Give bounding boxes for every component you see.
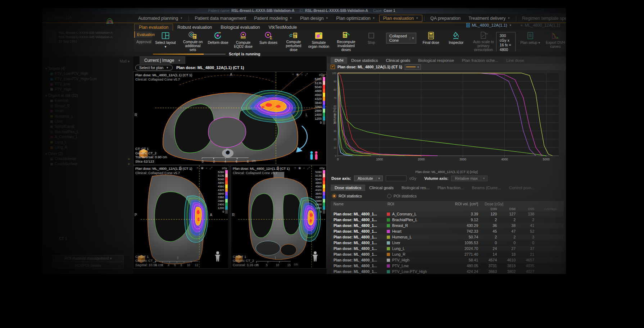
stats-tab-beams-curre[interactable]: Beams (Curre...	[468, 184, 505, 191]
panel-tab-dvh[interactable]: DVH	[331, 57, 347, 64]
roi-statistics-radio[interactable]: ROI statistics	[332, 194, 362, 198]
roi-poi-details-button[interactable]: ROI/POI details	[53, 262, 124, 269]
stats-tab-plan-fraction[interactable]: Plan fraction...	[434, 184, 468, 191]
roi-material-management-button[interactable]: ROI material management ▾	[53, 255, 124, 262]
stats-tab-dose-statistics[interactable]: Dose statistics	[331, 184, 365, 191]
line-style-dropdown[interactable]: ▼	[405, 64, 421, 70]
menu-item-plan-optimization[interactable]: Plan optimization▼	[332, 15, 379, 22]
deform-dose-button[interactable]: Deform dose	[205, 31, 231, 51]
roi-group-targets-4[interactable]: ▾ Targets (4)	[45, 66, 130, 71]
table-row-liver[interactable]: Plan dose: ML_4800_1...Liver1095.53000	[331, 240, 564, 246]
organ-motion-icon	[314, 31, 323, 40]
subtab-biological-evaluation[interactable]: Biological evaluation	[216, 24, 264, 31]
sidebar-item-ptv-low[interactable]: PTV_Low	[45, 82, 130, 87]
select-layout-button[interactable]: Select layout ▾	[153, 31, 178, 51]
sidebar-item-a-coronary-l[interactable]: A_Coronary_L	[45, 135, 130, 140]
sidebar-item-brachialplex-l[interactable]: BrachialPlex_L	[45, 129, 130, 135]
pan-icon[interactable]: ◉	[296, 73, 299, 77]
menu-item-patient-data-management[interactable]: Patient data management	[191, 15, 250, 22]
dvh-series-checkbox[interactable]: ✔	[331, 65, 335, 69]
poi-statistics-radio[interactable]: POI statistics	[387, 194, 417, 198]
beam-icon[interactable]: +	[294, 166, 296, 170]
sidebar-item-lung-r[interactable]: Lung_R	[45, 145, 130, 150]
table-row-lung-r[interactable]: Plan dose: ML_4800_1...Lung_R2771.401418…	[331, 251, 564, 257]
sidebar-item-liver[interactable]: Liver	[45, 119, 130, 124]
ribbon-tab-approval[interactable]: Approval	[134, 38, 152, 45]
compute-perturbed-dose-button[interactable]: Compute perturbed dose	[281, 31, 306, 51]
sidebar-item-breast-r[interactable]: Breast_R	[45, 104, 130, 109]
secondary-plan-selector[interactable]: ◄ ML_4800_12A(1.1)	[520, 23, 560, 27]
menu-item-automated-planning[interactable]: Automated planning▼	[134, 15, 187, 22]
table-row-heart[interactable]: Plan dose: ML_4800_1...Heart742.33454752	[331, 228, 564, 234]
table-row-brachialplex-l[interactable]: Plan dose: ML_4800_1...BrachialPlex_L9.1…	[331, 217, 564, 223]
roi-group-organs-at-risk-12[interactable]: ▾ Organs at risk (12)	[45, 93, 130, 98]
primary-plan-selector[interactable]: ML_4800_12A(1.1) ▼	[466, 23, 512, 27]
table-row-ptv-low[interactable]: Plan dose: ML_4800_1...PTV_Low480.053731…	[331, 263, 564, 269]
stats-tab-clinical-goals[interactable]: Clinical goals	[365, 184, 398, 191]
dose-value-input[interactable]	[386, 176, 407, 181]
ribbon-tab-evaluation[interactable]: Evaluation	[134, 31, 152, 38]
subtab-vtktestmodule[interactable]: VtkTestModule	[264, 24, 301, 31]
dose-engine-dropdown[interactable]: Collapsed Cone▼	[386, 33, 416, 44]
inspector-button[interactable]: Inspector	[444, 31, 469, 51]
sidebar-item-humerus-l[interactable]: Humerus_L	[45, 114, 130, 119]
compute-eqd2-dose-button[interactable]: EQD2Compute EQD2 dose	[231, 31, 256, 51]
viewport-transversal[interactable]: Plan dose: ML_4800_12A(1.1) (CT 1)Clinic…	[133, 72, 327, 165]
simulate-organ-motion-button[interactable]: Simulate organ motion	[306, 31, 331, 51]
expand-icon[interactable]: ⤢	[307, 166, 310, 170]
subtab-plan-evaluation[interactable]: Plan evaluation	[134, 24, 173, 31]
beam-icon[interactable]: +	[197, 166, 199, 170]
menu-item-plan-design[interactable]: Plan design▼	[296, 15, 332, 22]
examination-label[interactable]: CT 1	[59, 236, 67, 241]
menu-item-plan-evaluation[interactable]: Plan evaluation▼	[379, 15, 422, 22]
panel-tab-clinical-goals[interactable]: Clinical goals	[382, 57, 414, 64]
dose-axis-dropdown[interactable]: Absolute ▼	[354, 176, 383, 181]
sidebar-item-heart[interactable]: Heart	[45, 109, 130, 114]
beam-icon[interactable]: +	[292, 73, 294, 77]
sidebar-item-ptv-low-ptv-high-1cm[interactable]: PTV_Low-PTV_High+1cm	[45, 77, 130, 82]
sum-doses-button[interactable]: ΣSum doses	[256, 31, 281, 51]
table-row-humerus-l[interactable]: Plan dose: ML_4800_1...Humerus_L50.74223	[331, 234, 564, 240]
sidebar-item-lung-l[interactable]: Lung_L	[45, 140, 130, 145]
recompute-invalidated-doses-button[interactable]: Recompute invalidated doses	[334, 31, 359, 51]
pan-icon[interactable]: ◉	[298, 166, 301, 170]
sidebar-item-spinalcanal[interactable]: SpinalCanal	[45, 124, 130, 129]
final-dose-button[interactable]: Final dose	[418, 31, 444, 51]
expand-icon[interactable]: ⤢	[210, 166, 212, 170]
menu-item-regimen-template-specification[interactable]: Regimen template specification	[518, 15, 566, 22]
menu-item-treatment-delivery[interactable]: Treatment delivery▼	[464, 15, 514, 22]
zoom-icon[interactable]: ⌕	[206, 166, 208, 170]
volume-axis-dropdown[interactable]: Relative max ▼	[451, 176, 487, 181]
zoom-icon[interactable]: ⌕	[303, 166, 305, 170]
panel-tab-plan-fraction-sche[interactable]: Plan fraction sche...	[458, 57, 502, 64]
compute-on-additional-sets-button[interactable]: Compute on additional sets	[180, 31, 205, 51]
sidebar-item-couchsurface[interactable]: CouchSurface★	[45, 161, 130, 167]
viewport-sagittal[interactable]: Plan dose: ML_4800_12A(1.1) (CT 1)Clinic…	[133, 165, 229, 269]
select-for-plan-button[interactable]: Select for plan ▼	[135, 65, 173, 70]
table-row-breast-r[interactable]: Plan dose: ML_4800_1...Breast_R430.29363…	[331, 223, 564, 228]
table-row-ptv-high[interactable]: Plan dose: ML_4800_1...PTV_High58.414574…	[331, 257, 564, 263]
roi-group-other-2[interactable]: ▾ Other (2)	[45, 151, 130, 156]
viewer-tab-current-image[interactable]: Current | Image ▼	[140, 56, 185, 64]
expand-icon[interactable]: ⤢	[305, 73, 308, 77]
stats-tab-biological-res[interactable]: Biological res...	[398, 184, 434, 191]
sidebar-item-ptv-low-ptv-high[interactable]: PTV_Low-PTV_High	[45, 71, 130, 76]
menu-item-patient-modeling[interactable]: Patient modeling▼	[250, 15, 296, 22]
sidebar-item-couchinterior[interactable]: CouchInterior★	[45, 156, 130, 161]
panel-tab-biological-response[interactable]: Biological response	[414, 57, 458, 64]
stats-tab-control-poin[interactable]: Control poin...	[505, 184, 539, 191]
table-row-lung-l[interactable]: Plan dose: ML_4800_1...Lung_L2024.702427…	[331, 246, 564, 251]
viewport-coronal[interactable]: Plan dose: ML_4800_12A(1.1) (CT 1)Clinic…	[231, 165, 327, 269]
table-row-ptv-low-ptv-high[interactable]: Plan dose: ML_4800_1...PTV_Low-PTV_High4…	[331, 269, 564, 274]
sidebar-item-ptv-high[interactable]: PTV_High	[45, 87, 130, 92]
roi-filter-label[interactable]: Matl ▾	[120, 59, 130, 63]
table-row-a-coronary-l[interactable]: Plan dose: ML_4800_1...A_Coronary_L3.391…	[331, 211, 564, 217]
ruler-labels: 024681012	[155, 263, 198, 267]
panel-tab-dose-statistics[interactable]: Dose statistics	[347, 57, 382, 64]
menu-item-qa-preparation[interactable]: QA preparation	[426, 15, 464, 22]
panel-tab-line-dose[interactable]: Line dose	[502, 57, 528, 64]
zoom-icon[interactable]: ⌕	[301, 73, 303, 77]
pan-icon[interactable]: ◉	[201, 166, 204, 170]
sidebar-item-external[interactable]: External	[45, 98, 130, 103]
subtab-robust-evaluation[interactable]: Robust evaluation	[173, 24, 216, 31]
